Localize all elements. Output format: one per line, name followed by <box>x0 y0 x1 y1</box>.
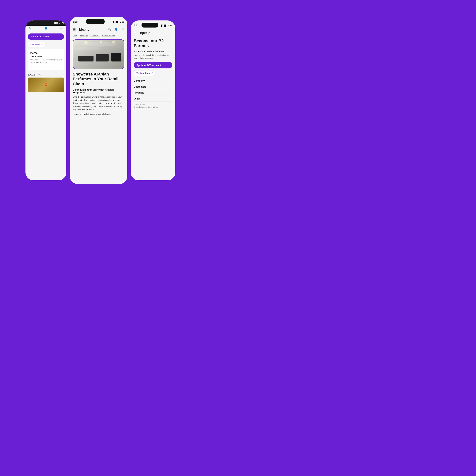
navbar-right: ☰ ' bju:tip <box>131 29 175 37</box>
svg-rect-6 <box>111 53 121 61</box>
search-icon-center[interactable]: 🔍 <box>108 28 112 32</box>
breadcrumb-customers[interactable]: Customers <box>91 34 100 36</box>
visit-store-button-right[interactable]: Visit our Store ↗ <box>134 70 156 76</box>
svg-rect-3 <box>73 62 124 69</box>
signal-left: ▌▌▌▌ <box>54 22 58 24</box>
body-text-center: Bring the enchanting world of Arabian pe… <box>73 95 124 111</box>
b2b-subtext-right: & boost your sales w perfumes. <box>134 50 172 53</box>
section-title-left: merce <box>30 51 62 54</box>
phone-right: 5:13 ▌▌▌▌ ▲ 76 ☰ ' bju:tip <box>131 20 175 180</box>
wifi-right: ▲ <box>167 25 169 27</box>
time-center: 5:13 <box>73 21 78 23</box>
navbar-left: 🔍 👤 🛒 <box>25 26 66 32</box>
navbar-center: ☰ ' bju:tip 🔍 👤 🛒 <box>70 26 127 33</box>
right-content: Become our B2 Partner. & boost your sale… <box>131 37 175 180</box>
dynamic-island-right <box>141 23 158 28</box>
perfume-image-left: 🏺 <box>28 78 64 92</box>
svg-point-8 <box>100 41 102 43</box>
logo-text-center: bju:tip <box>79 28 89 32</box>
section-text-left: owing demand for perfumes in the digital… <box>30 59 62 64</box>
status-bar-right: 5:13 ▌▌▌▌ ▲ 76 <box>131 20 175 29</box>
external-link-icon-left: ↗ <box>41 43 43 46</box>
user-icon-center[interactable]: 👤 <box>114 28 118 32</box>
link-arabian-perfumes[interactable]: Arabian perfumes <box>100 96 115 98</box>
phone-left: ▌▌▌▌ ▲ 76 🔍 👤 🛒 e our B2B partner Our St… <box>25 20 66 180</box>
user-icon-left[interactable]: 👤 <box>44 27 48 31</box>
bold-retail-chain: retail chain <box>73 99 83 101</box>
hamburger-icon-center[interactable]: ☰ <box>73 28 76 32</box>
copyright-text: © 2024 Bjutip a.s. <box>134 103 172 106</box>
wifi-center: ▲ <box>119 21 121 23</box>
bold-luxury: luxury to your shelves <box>73 102 121 107</box>
arrow-link-left[interactable]: → <box>30 65 62 68</box>
phone-center: 5:13 ▌▌▌▌ ▲ 76 ☰ ' bju:tip � <box>70 17 127 184</box>
footer-nav-legal[interactable]: Legal <box>134 96 172 102</box>
signal-right: ▌▌▌▌ <box>161 25 167 27</box>
logo-quote-right: ' <box>138 31 139 35</box>
camera-notch-left: ▌▌▌▌ ▲ 76 <box>25 20 66 26</box>
footer-nav-customers[interactable]: Customers <box>134 84 172 90</box>
battery-center: 76 <box>122 21 124 23</box>
b2b-heading-right: Become our B2 Partner. <box>134 38 172 48</box>
apply-b2b-button-right[interactable]: Apply for B2B Account <box>134 62 172 68</box>
svg-rect-5 <box>96 54 109 62</box>
logo-quote-center: ' <box>78 28 78 32</box>
main-heading-center: Showcase Arabian Perfumes in Your Retail… <box>73 72 124 86</box>
cart-icon-left[interactable]: 🛒 <box>60 27 63 31</box>
dynamic-island-center <box>86 19 105 24</box>
bold-enchanting: enchanting world <box>81 96 97 98</box>
svg-point-9 <box>112 41 115 43</box>
breadcrumb-bjutip[interactable]: Bjutip <box>73 34 77 36</box>
heading-line1-right: Become our B2 <box>134 38 164 43</box>
breadcrumb-center: Bjutip / About Us / Customers / Retailer… <box>70 33 127 37</box>
logo-center[interactable]: ' bju:tip <box>78 28 89 32</box>
wifi-left: ▲ <box>59 22 61 24</box>
b2b-cta-button-left[interactable]: e our B2B partner <box>28 34 64 40</box>
logo-right[interactable]: ' bju:tip <box>138 31 151 35</box>
svg-rect-4 <box>78 56 94 62</box>
breadcrumb-about-us[interactable]: About Us <box>80 34 88 36</box>
content-center: bju:tip <box>70 37 127 184</box>
left-content: e our B2B partner Our Store ↗ merce Onli… <box>25 32 66 180</box>
body-continuation-center: Partner with us to transform your retail… <box>73 113 124 116</box>
phones-container: ▌▌▌▌ ▲ 76 🔍 👤 🛒 e our B2B partner Our St… <box>0 0 201 201</box>
b2b-body-right: Bjutip can offer you all the br distribu… <box>134 54 172 59</box>
battery-left: 76 <box>62 22 64 24</box>
section-card-left: merce Online Sales owing demand for perf… <box>28 49 64 70</box>
store-image-center: bju:tip <box>73 39 124 69</box>
status-bar-center: 5:13 ▌▌▌▌ ▲ 76 <box>70 17 127 26</box>
external-link-icon-right: ↗ <box>151 72 153 74</box>
bold-brand: all the br <box>149 54 157 56</box>
svg-point-2 <box>76 47 101 50</box>
logo-sa-left: SA.CZ <box>28 73 35 76</box>
visit-store-label-right: Visit our Store <box>136 72 151 74</box>
hamburger-icon-right[interactable]: ☰ <box>134 31 137 35</box>
heading-line2-right: Partner. <box>134 43 149 48</box>
footer-nav-right: Company Customers Products Legal <box>134 78 172 102</box>
logo-not-left: NOT <box>37 73 43 76</box>
store-shelves-svg <box>73 40 124 68</box>
bold-sourced: sourced dire <box>134 57 144 59</box>
signal-center: ▌▌▌▌ <box>113 21 119 23</box>
search-icon-left[interactable]: 🔍 <box>28 27 32 31</box>
cart-icon-center[interactable]: 🛒 <box>121 28 124 32</box>
battery-right: 76 <box>170 25 172 27</box>
logo-row-left: SA.CZ NOT <box>28 72 64 78</box>
status-icons-right: ▌▌▌▌ ▲ 76 <box>161 25 172 27</box>
time-right: 5:13 <box>134 24 138 27</box>
b2b-body-bjutip: Bjutip <box>134 54 138 56</box>
breadcrumb-retailer[interactable]: Retailer's Chain <box>102 34 115 36</box>
sub-heading-center: Distinguish Your Store with Arabian Frag… <box>73 88 124 94</box>
link-premium-selection[interactable]: premium selection <box>88 99 104 101</box>
svg-point-7 <box>84 41 87 44</box>
footer-nav-company[interactable]: Company <box>134 78 172 84</box>
footer-nav-products[interactable]: Products <box>134 90 172 96</box>
status-icons-center: ▌▌▌▌ ▲ 76 <box>113 21 124 23</box>
section-subtitle-left: Online Sales <box>30 55 62 57</box>
bold-finest: the finest products <box>77 108 94 110</box>
logo-text-right: bju:tip <box>140 31 151 35</box>
nav-icons-center: 🔍 👤 🛒 <box>108 28 124 32</box>
footer-copyright-right: © 2024 Bjutip a.s. By iamdesigner.ca & D… <box>134 103 172 109</box>
store-button-left[interactable]: Our Store ↗ <box>28 42 45 47</box>
credits-text: By iamdesigner.ca & Dominik Ma <box>134 106 172 109</box>
